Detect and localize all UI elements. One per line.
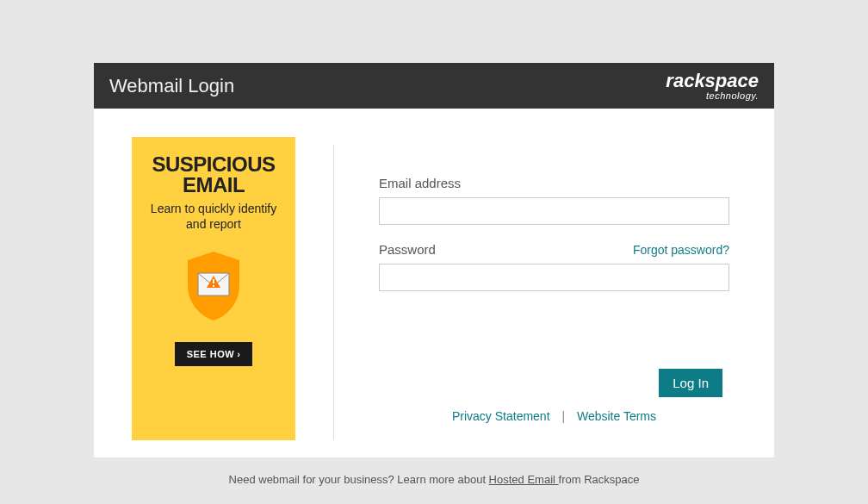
logo-main-text: rackspace <box>666 72 759 90</box>
rackspace-logo: rackspace technology. <box>666 72 759 101</box>
promo-subtitle: Learn to quickly identify and report <box>140 201 287 232</box>
forgot-password-link[interactable]: Forgot password? <box>633 243 729 257</box>
footer-links: Privacy Statement | Website Terms <box>379 397 729 440</box>
svg-rect-2 <box>213 285 214 287</box>
see-how-button[interactable]: SEE HOW› <box>175 342 253 366</box>
logo-sub-text: technology. <box>666 90 759 101</box>
header-bar: Webmail Login rackspace technology. <box>94 63 774 109</box>
promo-banner[interactable]: SUSPICIOUS EMAIL Learn to quickly identi… <box>132 137 295 440</box>
password-group: Password Forgot password? <box>379 242 729 291</box>
bottom-suffix: from Rackspace <box>559 473 640 486</box>
password-input[interactable] <box>379 264 729 291</box>
page-title: Webmail Login <box>109 75 234 97</box>
promo-title-line1: SUSPICIOUS <box>140 154 287 175</box>
see-how-label: SEE HOW <box>187 349 234 359</box>
privacy-link[interactable]: Privacy Statement <box>452 409 550 423</box>
login-button[interactable]: Log In <box>659 369 722 397</box>
bottom-text: Need webmail for your business? Learn mo… <box>0 473 868 486</box>
email-group: Email address <box>379 176 729 225</box>
separator: | <box>561 409 565 423</box>
email-input[interactable] <box>379 197 729 225</box>
email-label: Email address <box>379 176 461 190</box>
promo-title-line2: EMAIL <box>140 175 287 196</box>
svg-rect-1 <box>213 279 214 283</box>
login-form: Email address Password Forgot password? … <box>334 137 774 440</box>
button-row: Log In <box>379 369 729 397</box>
bottom-prefix: Need webmail for your business? Learn mo… <box>229 473 489 486</box>
chevron-right-icon: › <box>237 349 240 359</box>
terms-link[interactable]: Website Terms <box>577 409 656 423</box>
shield-envelope-icon <box>179 247 248 325</box>
hosted-email-link[interactable]: Hosted Email <box>489 473 559 486</box>
login-container: Webmail Login rackspace technology. SUSP… <box>94 63 774 457</box>
password-label: Password <box>379 242 436 257</box>
content-area: SUSPICIOUS EMAIL Learn to quickly identi… <box>94 109 774 457</box>
